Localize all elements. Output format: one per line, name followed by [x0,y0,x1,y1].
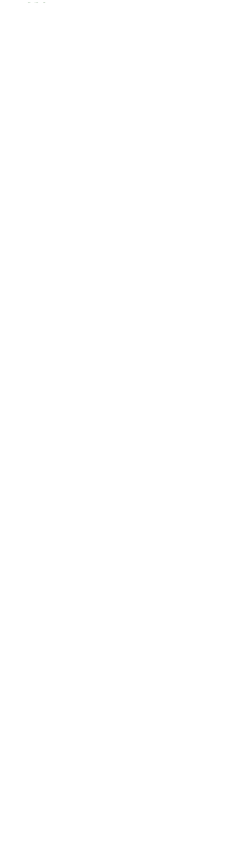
root-type-label: Flex1PropType [28,2,50,3]
